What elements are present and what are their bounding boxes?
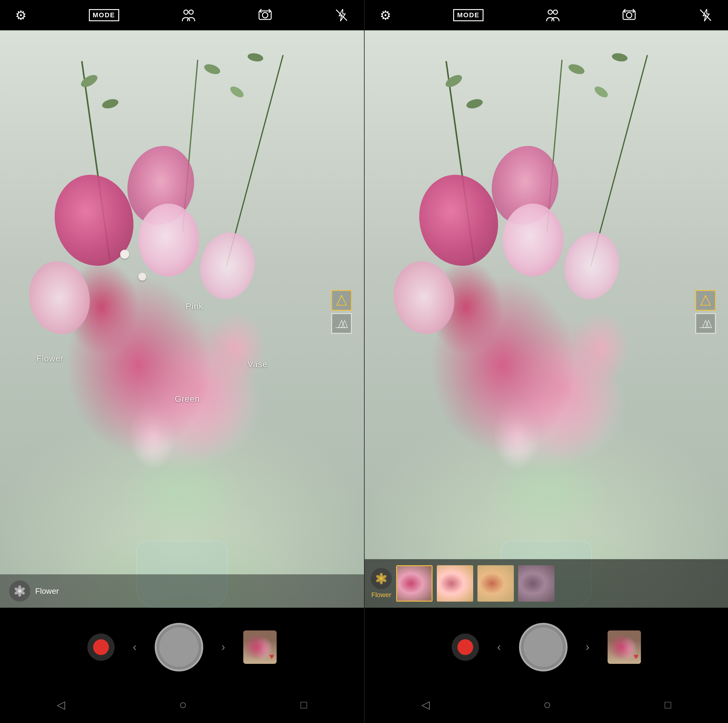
svg-point-20 <box>626 12 632 18</box>
effects-icon-left[interactable] <box>181 8 196 23</box>
flower-3 <box>138 204 199 276</box>
shutter-inner-left <box>159 627 199 667</box>
viewfinder-left[interactable]: Pink Flower Vase Green <box>0 30 364 608</box>
shutter-arrow-right-right[interactable]: › <box>586 641 589 654</box>
focus-icon-active-right[interactable] <box>695 290 716 311</box>
flower-r3 <box>503 204 563 276</box>
flower-label-left: Flower <box>35 587 59 596</box>
filter-thumb-4[interactable] <box>518 565 555 602</box>
filter-icon-wrap-right: Flower <box>371 568 392 599</box>
focus-icon-inactive-right[interactable] <box>695 313 716 334</box>
nav-recent-right[interactable]: □ <box>665 698 671 711</box>
label-green: Green <box>175 394 200 404</box>
right-phone-panel: ⚙ MODE <box>364 0 728 723</box>
viewfinder-right[interactable]: Flower <box>365 30 728 608</box>
label-vase: Vase <box>248 360 268 369</box>
shutter-inner-right <box>523 627 563 667</box>
nav-back-right[interactable]: ◁ <box>421 698 430 711</box>
flip-icon-right[interactable] <box>622 8 636 23</box>
svg-point-17 <box>548 10 552 14</box>
bottom-overlay-left: Flower <box>0 574 364 608</box>
filter-label-right: Flower <box>371 591 391 599</box>
control-bar-right: ‹ › ♥ <box>365 608 728 686</box>
flower-icon-left <box>9 581 30 602</box>
shutter-button-left[interactable] <box>155 623 203 671</box>
mode-badge-right[interactable]: MODE <box>453 9 483 21</box>
focus-icon-inactive-left[interactable] <box>331 313 352 334</box>
record-button-right[interactable] <box>452 634 479 661</box>
nav-bar-right: ◁ ○ □ <box>365 686 728 723</box>
berry-1 <box>120 250 129 259</box>
filter-thumb-3[interactable] <box>477 565 514 602</box>
svg-marker-8 <box>341 320 348 328</box>
focus-icons-left <box>331 290 352 334</box>
gallery-thumbnail-left[interactable]: ♥ <box>243 631 277 664</box>
record-dot-left <box>93 639 109 655</box>
label-flower: Flower <box>37 354 64 363</box>
nav-back-left[interactable]: ◁ <box>57 698 65 711</box>
record-dot-right <box>457 639 473 655</box>
focus-icons-right <box>695 290 716 334</box>
svg-marker-25 <box>705 320 712 328</box>
heart-icon-left: ♥ <box>269 652 274 662</box>
svg-marker-7 <box>338 320 344 328</box>
left-phone-panel: ⚙ MODE <box>0 0 364 723</box>
filter-strip-right: Flower <box>365 559 728 608</box>
top-bar-right: ⚙ MODE <box>365 0 728 30</box>
flash-icon-right[interactable] <box>698 8 713 23</box>
settings-icon-right[interactable]: ⚙ <box>380 8 391 23</box>
gallery-thumbnail-right[interactable]: ♥ <box>607 631 641 664</box>
svg-point-0 <box>184 10 188 14</box>
flash-icon-left[interactable] <box>334 8 349 23</box>
svg-point-1 <box>189 10 193 14</box>
filter-thumb-2[interactable] <box>437 565 473 602</box>
focus-icon-active-left[interactable] <box>331 290 352 311</box>
heart-icon-right: ♥ <box>633 652 639 662</box>
svg-point-18 <box>553 10 558 14</box>
svg-point-3 <box>262 12 268 18</box>
mode-badge-left[interactable]: MODE <box>89 9 119 21</box>
flower-filter-icon-right[interactable] <box>371 568 392 589</box>
control-bar-left: ‹ › ♥ <box>0 608 364 686</box>
svg-marker-24 <box>702 320 708 328</box>
effects-icon-right[interactable] <box>545 8 560 23</box>
shutter-arrow-left-right[interactable]: ‹ <box>497 641 501 654</box>
nav-recent-left[interactable]: □ <box>301 698 307 711</box>
settings-icon-left[interactable]: ⚙ <box>15 8 27 23</box>
label-pink: Pink <box>186 302 203 311</box>
shutter-arrow-left-left[interactable]: ‹ <box>133 641 136 654</box>
shutter-arrow-right-left[interactable]: › <box>222 641 225 654</box>
filter-thumb-1[interactable] <box>396 565 433 602</box>
nav-bar-left: ◁ ○ □ <box>0 686 364 723</box>
record-button-left[interactable] <box>87 634 115 661</box>
nav-home-left[interactable]: ○ <box>179 697 187 712</box>
top-bar-left: ⚙ MODE <box>0 0 364 30</box>
flip-icon-left[interactable] <box>258 8 272 23</box>
nav-home-right[interactable]: ○ <box>543 697 551 712</box>
shutter-button-right[interactable] <box>519 623 567 671</box>
